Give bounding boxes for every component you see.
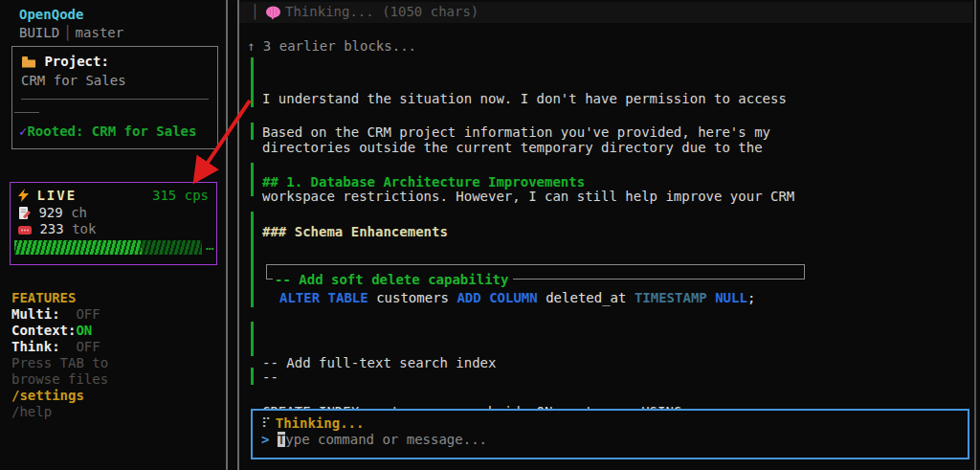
ticket-icon (18, 225, 32, 235)
command-input[interactable]: > Type command or message... (261, 432, 487, 448)
blockquote-gutter (251, 163, 254, 196)
tab-hint-line2: browse files (11, 371, 108, 388)
project-box: Project: CRM for Sales ✓Rooted: CRM for … (11, 46, 218, 149)
markdown-h2: ## 1. Database Architecture Improvements (262, 174, 585, 190)
progress-ellipsis: … (206, 237, 213, 254)
rooted-status: ✓Rooted: CRM for Sales (19, 123, 196, 140)
input-status-text: Thinking... (276, 415, 365, 431)
sql-comment-label: -- Add soft delete capability (273, 272, 513, 288)
chars-value: 929 (38, 205, 62, 220)
blockquote-gutter (251, 212, 254, 307)
live-stats-box: LIVE 315 cps 929 ch 233 tok … (10, 182, 217, 265)
progress-bar (14, 240, 202, 255)
tokens-row: 233 tok (18, 221, 96, 237)
dash-line: -- (262, 369, 278, 386)
project-label-row: Project: (21, 54, 109, 70)
sql-statement: ALTER TABLE customers ADD COLUMN deleted… (279, 290, 755, 306)
tokens-unit: tok (64, 221, 97, 236)
context-value: ON (76, 323, 92, 338)
blockquote-gutter (251, 322, 254, 356)
chars-unit: ch (63, 205, 87, 220)
spinner-icon: ⠏ (261, 415, 276, 431)
prompt-chevron: > (261, 432, 278, 447)
blockquote-gutter (251, 123, 254, 140)
lightning-icon (18, 189, 29, 202)
live-row: LIVE 315 cps (18, 188, 209, 204)
blockquote-gutter (251, 368, 254, 385)
brain-icon (265, 6, 281, 20)
assistant-paragraph: Based on the CRM project information you… (262, 124, 770, 141)
sidebar: OpenQode BUILD│master Project: CRM for S… (0, 0, 226, 470)
tab-hint-line1: Press TAB to (11, 355, 108, 371)
features-heading: FEATURES (11, 290, 76, 306)
chars-row: 929 ch (18, 205, 87, 221)
folder-icon (21, 56, 36, 68)
thinking-header-text: Thinking... (1050 chars) (285, 4, 479, 20)
cps-value: 315 cps (152, 188, 209, 204)
feature-think[interactable]: Think: OFF (11, 339, 100, 355)
panel-divider-line (226, 0, 228, 470)
help-command[interactable]: /help (11, 404, 52, 420)
rooted-text: Rooted: CRM for Sales (27, 123, 196, 139)
separator: │ (59, 25, 75, 40)
thinking-header: │ Thinking... (1050 chars) (239, 2, 972, 23)
blockquote-gutter (251, 57, 254, 107)
feature-multi[interactable]: Multi: OFF (11, 306, 100, 323)
live-label: LIVE (36, 188, 77, 203)
command-input-box[interactable]: ⠏ Thinking... > Type command or message.… (251, 409, 969, 459)
project-label: Project: (44, 54, 108, 69)
main-pane: │ Thinking... (1050 chars) ↑ 3 earlier b… (239, 0, 974, 470)
branch-name: master (76, 25, 124, 40)
settings-command[interactable]: /settings (11, 388, 84, 404)
code-block-frame: -- Add soft delete capability (266, 264, 805, 280)
earlier-blocks-indicator[interactable]: ↑ 3 earlier blocks... (247, 38, 416, 55)
progress-fill (14, 240, 142, 255)
scrollbar-track (974, 0, 976, 470)
build-branch-line: BUILD│master (19, 25, 123, 41)
input-placeholder: ype command or message... (285, 432, 487, 447)
memo-icon (18, 207, 31, 219)
project-box-divider (21, 99, 209, 100)
project-name: CRM for Sales (21, 73, 126, 89)
multi-value: OFF (60, 306, 100, 322)
markdown-h3: ### Schema Enhancements (262, 224, 448, 240)
input-status-row: ⠏ Thinking... (261, 415, 364, 432)
tokens-value: 233 (39, 221, 63, 236)
project-box-divider-short (14, 112, 39, 113)
think-value: OFF (60, 339, 100, 354)
app-title: OpenQode (19, 7, 83, 23)
feature-context[interactable]: Context:ON (11, 323, 92, 339)
build-label: BUILD (19, 25, 59, 40)
gutter-bar-char: │ (251, 4, 258, 20)
assistant-paragraph: I understand the situation now. I don't … (262, 58, 794, 237)
